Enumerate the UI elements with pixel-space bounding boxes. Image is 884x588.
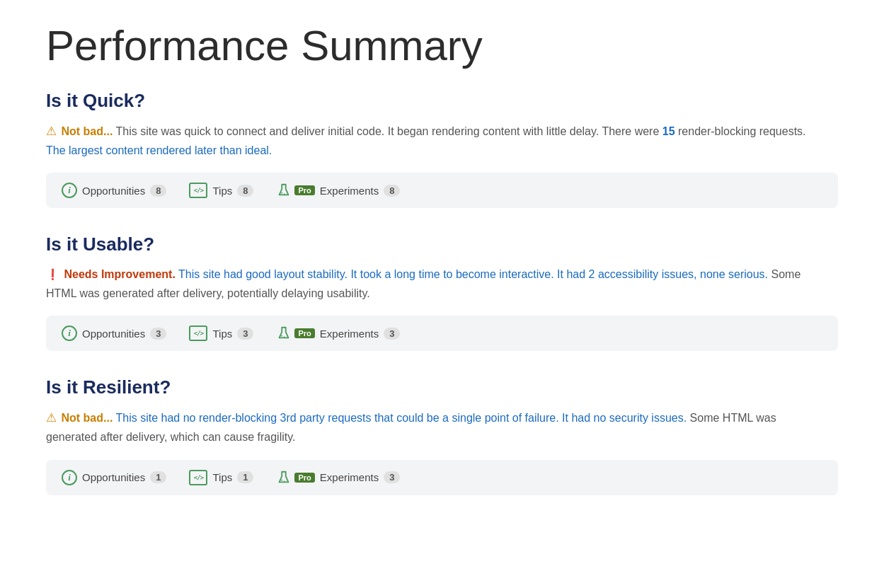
experiments-count: 8	[384, 185, 400, 197]
section-resilient-heading: Is it Resilient?	[46, 376, 838, 398]
tips-icon: </>	[189, 183, 207, 198]
opportunities-badge[interactable]: i Opportunities 8	[62, 183, 166, 198]
experiments-count: 3	[384, 471, 400, 483]
svg-point-5	[284, 480, 285, 482]
pro-badge: Pro	[294, 185, 314, 195]
opportunities-label: Opportunities	[82, 185, 145, 197]
opportunities-count: 1	[150, 471, 166, 483]
inline-link[interactable]: It had 2 accessibility issues, none seri…	[557, 268, 768, 280]
section-usable: Is it Usable?❗ Needs Improvement. This s…	[46, 234, 838, 351]
info-icon: i	[62, 470, 77, 485]
section-resilient: Is it Resilient?⚠ Not bad... This site h…	[46, 376, 838, 495]
tips-badge[interactable]: </> Tips 8	[189, 183, 253, 198]
pro-badge: Pro	[294, 473, 314, 483]
experiments-label: Experiments	[320, 471, 379, 483]
opportunities-label: Opportunities	[82, 471, 145, 483]
experiments-badge[interactable]: Pro Experiments 3	[276, 470, 400, 485]
svg-point-2	[282, 335, 283, 337]
tips-badge[interactable]: </> Tips 1	[189, 470, 253, 485]
warning-icon: ⚠	[46, 125, 57, 138]
error-icon: ❗	[46, 268, 59, 280]
experiments-label: Experiments	[320, 328, 379, 340]
inline-link[interactable]: It had no security issues.	[562, 412, 687, 424]
svg-point-1	[284, 194, 285, 195]
flask-icon	[276, 183, 292, 198]
experiments-icon: Pro	[276, 470, 314, 485]
inline-link[interactable]: The largest content rendered later than …	[46, 144, 272, 156]
inline-number: 15	[662, 125, 675, 137]
tips-badge[interactable]: </> Tips 3	[189, 325, 253, 341]
svg-point-3	[284, 337, 285, 338]
section-resilient-description: ⚠ Not bad... This site had no render-blo…	[46, 408, 825, 446]
section-resilient-badge-bar: i Opportunities 1 </> Tips 1 Pro Experim…	[46, 460, 838, 495]
section-quick-badge-bar: i Opportunities 8 </> Tips 8 Pro Experim…	[46, 173, 838, 208]
opportunities-badge[interactable]: i Opportunities 1	[62, 470, 166, 485]
experiments-icon: Pro	[276, 183, 314, 198]
opportunities-count: 3	[150, 328, 166, 340]
tips-count: 8	[237, 185, 253, 197]
experiments-count: 3	[384, 328, 400, 340]
section-resilient-status-label: Not bad...	[58, 412, 113, 424]
section-usable-heading: Is it Usable?	[46, 234, 838, 255]
tips-count: 1	[237, 471, 253, 483]
experiments-label: Experiments	[320, 185, 379, 197]
experiments-icon: Pro	[276, 325, 314, 341]
tips-count: 3	[237, 328, 253, 340]
inline-link[interactable]: This site had good layout stability.	[178, 268, 348, 280]
section-usable-status-label: Needs Improvement.	[61, 268, 176, 280]
flask-icon	[276, 325, 292, 341]
tips-label: Tips	[212, 471, 232, 483]
opportunities-label: Opportunities	[82, 328, 145, 340]
section-quick-status-label: Not bad...	[58, 125, 113, 137]
experiments-badge[interactable]: Pro Experiments 3	[276, 325, 400, 341]
svg-point-4	[282, 479, 283, 480]
inline-link[interactable]: This site had no render-blocking 3rd par…	[115, 412, 558, 424]
section-usable-badge-bar: i Opportunities 3 </> Tips 3 Pro Experim…	[46, 316, 838, 351]
tips-icon: </>	[189, 470, 207, 485]
info-icon: i	[62, 183, 77, 198]
inline-link[interactable]: It took a long time to become interactiv…	[350, 268, 553, 280]
warning-icon: ⚠	[46, 411, 57, 425]
flask-icon	[276, 470, 292, 485]
section-quick: Is it Quick?⚠ Not bad... This site was q…	[46, 90, 838, 208]
tips-icon: </>	[189, 325, 207, 341]
page-title: Performance Summary	[46, 21, 838, 70]
experiments-badge[interactable]: Pro Experiments 8	[276, 183, 400, 198]
svg-point-0	[282, 192, 283, 194]
section-quick-heading: Is it Quick?	[46, 90, 838, 112]
tips-label: Tips	[212, 185, 232, 197]
pro-badge: Pro	[294, 328, 314, 338]
section-quick-description: ⚠ Not bad... This site was quick to conn…	[46, 122, 825, 160]
tips-label: Tips	[212, 328, 232, 340]
section-usable-description: ❗ Needs Improvement. This site had good …	[46, 265, 825, 303]
opportunities-count: 8	[150, 185, 166, 197]
opportunities-badge[interactable]: i Opportunities 3	[62, 325, 166, 341]
info-icon: i	[62, 325, 77, 341]
